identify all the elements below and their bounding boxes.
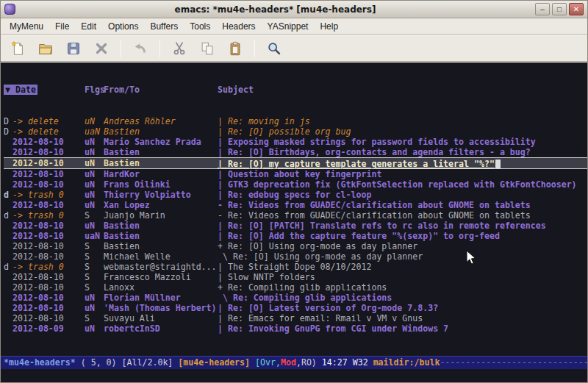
- message-mark: [4, 158, 12, 168]
- open-file-button[interactable]: [35, 37, 57, 59]
- message-flags: uN: [85, 293, 104, 303]
- menu-yasnippet[interactable]: YASnippet: [262, 18, 315, 34]
- menu-headers[interactable]: Headers: [216, 18, 261, 34]
- column-flags[interactable]: Flgs: [85, 85, 104, 96]
- message-row[interactable]: 2012-08-10SMichael Welle \ Re: [O] Using…: [4, 251, 587, 262]
- message-mark: [4, 241, 12, 251]
- title-bar[interactable]: emacs: *mu4e-headers* [mu4e-headers] – □…: [1, 1, 587, 18]
- message-row[interactable]: 2012-08-10uNBastien| Re: [O] my capture …: [4, 157, 587, 169]
- headers-column-header[interactable]: ▼ DateFlgsFrom/ToSubject: [4, 85, 587, 96]
- message-row[interactable]: 2012-08-10uNBastien| Re: [O] Birthdays, …: [4, 147, 587, 157]
- close-x-icon: [93, 40, 110, 57]
- menu-tools[interactable]: Tools: [184, 18, 216, 34]
- cut-button[interactable]: [168, 37, 190, 59]
- message-mark: [4, 293, 12, 303]
- message-row[interactable]: 2012-08-10uN'Mash (Thomas Herbert)| Re: …: [4, 303, 587, 313]
- message-subject: + Re: Compiling glib applications: [218, 282, 587, 293]
- close-buffer-button[interactable]: [90, 37, 112, 59]
- modeline-segment: ----------------------------------------…: [440, 357, 587, 368]
- message-subject: - Re: Videos from GUADEC/clarification a…: [218, 210, 587, 221]
- minimize-button[interactable]: –: [535, 3, 550, 15]
- message-row[interactable]: d-> trash 0uNThierry Volpiatto| Re: edeb…: [4, 190, 587, 200]
- message-row[interactable]: 2012-08-10uNXan Lopez- Re: Videos from G…: [4, 200, 587, 210]
- new-file-button[interactable]: [7, 37, 29, 59]
- message-mark: [4, 169, 12, 179]
- message-row[interactable]: 2012-08-10uNBastien| Re: [O] [PATCH] Tra…: [4, 221, 587, 231]
- paste-button[interactable]: [224, 37, 246, 59]
- column-subject[interactable]: Subject: [218, 85, 587, 96]
- search-button[interactable]: [263, 37, 285, 59]
- menu-file[interactable]: File: [49, 18, 75, 34]
- message-date: 2012-08-10: [12, 221, 85, 231]
- menu-edit[interactable]: Edit: [75, 18, 102, 34]
- mode-line[interactable]: *mu4e-headers* ( 5, 0) [All/2.0k] [mu4e-…: [1, 356, 587, 369]
- message-row[interactable]: d-> trash 0SJuanjo Marin- Re: Videos fro…: [4, 210, 587, 221]
- modeline-segment: maildir:/bulk: [373, 357, 440, 368]
- window-title: emacs: *mu4e-headers* [mu4e-headers]: [15, 4, 535, 15]
- emacs-window: emacs: *mu4e-headers* [mu4e-headers] – □…: [0, 0, 588, 383]
- message-from: Florian Müllner: [104, 293, 218, 303]
- message-flags: uN: [85, 158, 104, 168]
- message-row[interactable]: 2012-08-10SBastien+ Re: [O] Using org-mo…: [4, 241, 587, 251]
- message-row[interactable]: 2012-08-10uNFlorian Müllner \ Re: Compil…: [4, 293, 587, 303]
- message-row[interactable]: 2012-08-10uNFrans Oilinki| GTK3 deprecat…: [4, 179, 587, 190]
- message-from: Xan Lopez: [104, 200, 218, 210]
- message-date: -> delete: [12, 126, 85, 137]
- message-subject: | Re: [O] Latest version of Org-mode 7.8…: [218, 303, 587, 313]
- copy-button[interactable]: [196, 37, 218, 59]
- message-from: Thierry Volpiatto: [104, 190, 218, 200]
- modeline-segment: [mu4e-headers]: [178, 357, 250, 368]
- message-flags: uaN: [85, 126, 104, 137]
- message-from: HardKor: [104, 169, 218, 179]
- message-row[interactable]: 2012-08-10SFrancesco Mazzoli| Slow NNTP …: [4, 272, 587, 282]
- message-from: Francesco Mazzoli: [104, 272, 218, 282]
- column-from[interactable]: From/To: [104, 85, 218, 96]
- message-flags: S: [85, 241, 104, 251]
- message-subject: | Exposing masked strings for password f…: [218, 137, 587, 147]
- message-mark: [4, 221, 12, 231]
- menu-options[interactable]: Options: [102, 18, 144, 34]
- minibuffer[interactable]: [1, 369, 587, 382]
- message-subject: - Re: Videos from GUADEC/clarification a…: [218, 200, 587, 210]
- message-flags: uN: [85, 303, 104, 313]
- message-from: Juanjo Marin: [104, 210, 218, 221]
- save-button[interactable]: [62, 37, 85, 59]
- message-mark: d: [4, 210, 12, 221]
- message-row[interactable]: 2012-08-10uNHardKor| Question about key …: [4, 169, 587, 179]
- message-date: 2012-08-10: [12, 200, 85, 210]
- message-from: Bastien: [104, 158, 218, 168]
- message-date: -> delete: [12, 116, 85, 126]
- message-row[interactable]: d-> trash 0Swebmaster@straightd...| The …: [4, 262, 587, 272]
- message-row[interactable]: 2012-08-10uNMario Sanchez Prada| Exposin…: [4, 137, 587, 147]
- end-of-results-message: End of search results: [4, 354, 587, 356]
- window-controls: – □ ✕: [535, 3, 584, 15]
- buffer-area: ▼ DateFlgsFrom/ToSubject D-> deleteuNAnd…: [1, 62, 587, 356]
- modeline-segment: [Ovr,: [250, 357, 281, 368]
- close-button[interactable]: ✕: [569, 3, 584, 15]
- message-date: -> trash 0: [12, 262, 85, 272]
- message-row[interactable]: 2012-08-09uNrobertcInSD| Re: Invoking Gn…: [4, 323, 587, 334]
- message-date: -> trash 0: [12, 210, 85, 221]
- message-mark: [4, 200, 12, 210]
- undo-button[interactable]: [129, 37, 151, 59]
- message-row[interactable]: D-> deleteuNAndreas Röhler| Re: moving i…: [4, 116, 587, 126]
- message-date: 2012-08-10: [12, 241, 85, 251]
- message-subject: | Slow NNTP folders: [218, 272, 587, 282]
- message-subject: \ Re: [O] Using org-mode as day planner: [218, 251, 587, 262]
- menu-help[interactable]: Help: [314, 18, 344, 34]
- maximize-button[interactable]: □: [552, 3, 567, 15]
- menu-buffers[interactable]: Buffers: [144, 18, 184, 34]
- message-row[interactable]: 2012-08-10SSuvayu Ali| Re: Emacs for ema…: [4, 313, 587, 323]
- message-flags: S: [85, 282, 104, 293]
- message-row[interactable]: 2012-08-10uaNBastien| Re: [O] Add the ca…: [4, 231, 587, 241]
- menu-mymenu[interactable]: MyMenu: [4, 18, 49, 34]
- message-from: Andreas Röhler: [104, 116, 218, 126]
- message-subject: | Re: [O] [PATCH] Translate refs to rc a…: [218, 221, 587, 231]
- message-row[interactable]: D-> deleteuaNBastien| Re: [O] possible o…: [4, 126, 587, 137]
- sort-column-date[interactable]: ▼ Date: [4, 85, 37, 95]
- message-date: 2012-08-10: [12, 179, 85, 190]
- message-mark: d: [4, 190, 12, 200]
- message-row[interactable]: 2012-08-10SLanoxx+ Re: Compiling glib ap…: [4, 282, 587, 293]
- message-mark: [4, 179, 12, 190]
- message-flags: uN: [85, 169, 104, 179]
